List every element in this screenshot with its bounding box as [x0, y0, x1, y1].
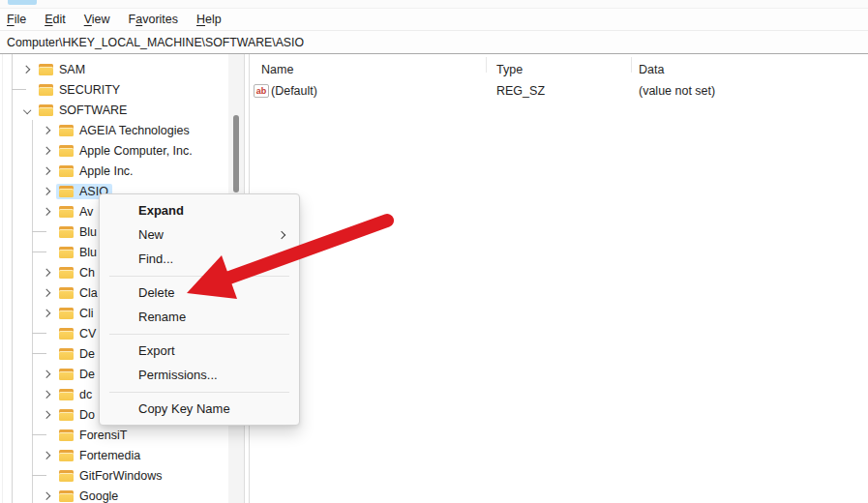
tree-item-security[interactable]: SECURITY: [0, 79, 228, 100]
menu-help[interactable]: Help: [196, 13, 222, 26]
tree-item-body[interactable]: Cli: [56, 306, 98, 321]
chevron-collapsed-icon[interactable]: [40, 384, 53, 404]
tree-item-label: Av: [79, 205, 93, 219]
menu-item-label: Delete: [138, 285, 175, 300]
tree-item-body[interactable]: SECURITY: [36, 82, 124, 98]
folder-icon: [59, 389, 74, 400]
tree-item-label: SOFTWARE: [59, 104, 127, 117]
tree-item-fortemedia[interactable]: Fortemedia: [0, 445, 228, 465]
tree-item-label: AGEIA Technologies: [79, 124, 190, 137]
tree-item-body[interactable]: Blu: [56, 224, 101, 240]
tree-item-software[interactable]: SOFTWARE: [0, 100, 228, 120]
app-icon-fragment: [8, 0, 37, 5]
chevron-icon: [43, 492, 50, 500]
tree-item-label: De: [79, 368, 95, 381]
values-header: NameTypeData: [250, 60, 868, 79]
folder-icon: [59, 145, 74, 157]
menu-edit[interactable]: Edit: [45, 13, 66, 26]
folder-icon: [59, 308, 74, 319]
tree-item-body[interactable]: Do: [56, 407, 99, 423]
tree-connector: [40, 242, 53, 262]
tree-item-body[interactable]: SAM: [36, 62, 89, 77]
column-header-type[interactable]: Type: [496, 60, 523, 79]
chevron-collapsed-icon[interactable]: [40, 140, 53, 161]
address-bar[interactable]: Computer\HKEY_LOCAL_MACHINE\SOFTWARE\ASI…: [0, 31, 868, 54]
chevron-collapsed-icon[interactable]: [40, 303, 53, 323]
tree-item-google[interactable]: Google: [0, 486, 228, 503]
context-menu-item-expand[interactable]: Expand: [100, 198, 299, 222]
chevron-icon: [43, 188, 50, 195]
value-row-default[interactable]: ab(Default)REG_SZ(value not set): [250, 81, 868, 101]
folder-icon: [59, 267, 74, 279]
folder-icon: [39, 64, 53, 75]
tree-item-body[interactable]: De: [56, 367, 99, 382]
tree-item-body[interactable]: De: [56, 346, 99, 362]
chevron-collapsed-icon[interactable]: [40, 120, 53, 140]
chevron-collapsed-icon[interactable]: [40, 262, 53, 282]
column-separator[interactable]: [486, 57, 487, 73]
registry-editor-window: FileEditViewFavoritesHelp Computer\HKEY_…: [0, 0, 868, 503]
tree-item-label: Cli: [79, 307, 94, 320]
folder-icon: [59, 226, 74, 238]
tree-item-label: De: [79, 347, 95, 361]
tree-item-ageia-technologies[interactable]: AGEIA Technologies: [0, 120, 228, 140]
chevron-collapsed-icon[interactable]: [40, 445, 53, 465]
chevron-expanded-icon[interactable]: [19, 100, 33, 120]
chevron-collapsed-icon[interactable]: [40, 161, 53, 181]
tree-item-label: Fortemedia: [79, 449, 140, 462]
tree-item-body[interactable]: dc: [56, 387, 96, 402]
context-menu-item-permissions[interactable]: Permissions...: [100, 363, 299, 387]
tree-item-body[interactable]: ForensiT: [56, 428, 131, 443]
tree-item-body[interactable]: GitForWindows: [56, 468, 165, 484]
tree-item-gitforwindows[interactable]: GitForWindows: [0, 465, 228, 486]
tree-item-label: GitForWindows: [79, 469, 162, 483]
context-menu-item-rename[interactable]: Rename: [100, 305, 299, 329]
context-menu-item-copy-key-name[interactable]: Copy Key Name: [100, 397, 299, 421]
tree-item-body[interactable]: Ch: [56, 265, 99, 281]
tree-item-body[interactable]: Av: [56, 204, 97, 220]
tree-item-body[interactable]: SOFTWARE: [36, 103, 131, 118]
column-header-data[interactable]: Data: [639, 60, 664, 79]
tree-item-body[interactable]: Apple Inc.: [56, 163, 137, 179]
menu-file[interactable]: File: [7, 13, 26, 26]
value-type: REG_SZ: [496, 81, 545, 101]
tree-item-body[interactable]: Blu: [56, 245, 101, 260]
tree-item-body[interactable]: CV: [56, 326, 100, 341]
context-menu-item-export[interactable]: Export: [100, 339, 299, 363]
folder-icon: [59, 429, 74, 441]
tree-scrollbar-thumb[interactable]: [233, 115, 239, 192]
chevron-collapsed-icon[interactable]: [40, 486, 53, 503]
tree-connector: [40, 465, 53, 486]
chevron-icon: [43, 127, 50, 134]
menu-view[interactable]: View: [84, 13, 110, 26]
tree-item-body[interactable]: AGEIA Technologies: [56, 123, 194, 138]
folder-icon: [59, 328, 74, 340]
chevron-collapsed-icon[interactable]: [40, 282, 53, 303]
tree-item-body[interactable]: Cla: [56, 285, 102, 301]
tree-item-forensit[interactable]: ForensiT: [0, 425, 228, 445]
chevron-collapsed-icon[interactable]: [19, 59, 33, 79]
chevron-collapsed-icon[interactable]: [40, 181, 53, 201]
tree-item-label: CV: [79, 327, 96, 340]
folder-icon: [39, 84, 53, 96]
chevron-collapsed-icon[interactable]: [40, 201, 53, 222]
chevron-icon: [22, 66, 30, 74]
tree-item-body[interactable]: Apple Computer, Inc.: [56, 143, 196, 159]
menu-favorites[interactable]: Favorites: [129, 13, 178, 26]
tree-item-body[interactable]: Fortemedia: [56, 448, 144, 463]
chevron-collapsed-icon[interactable]: [40, 364, 53, 384]
column-separator[interactable]: [631, 57, 632, 73]
menu-item-label: Expand: [138, 203, 184, 218]
tree-item-sam[interactable]: SAM: [0, 59, 228, 79]
chevron-icon: [43, 370, 50, 378]
tree-item-apple-computer-inc-[interactable]: Apple Computer, Inc.: [0, 140, 228, 161]
folder-icon: [59, 369, 74, 380]
tree-item-label: Blu: [79, 246, 97, 259]
chevron-collapsed-icon[interactable]: [40, 404, 53, 425]
context-menu-item-new[interactable]: New: [100, 222, 299, 247]
tree-item-body[interactable]: Google: [56, 488, 122, 503]
context-menu-item-find[interactable]: Find...: [100, 247, 299, 271]
tree-item-apple-inc-[interactable]: Apple Inc.: [0, 161, 228, 181]
column-header-name[interactable]: Name: [261, 60, 293, 79]
context-menu-item-delete[interactable]: Delete: [100, 281, 299, 305]
